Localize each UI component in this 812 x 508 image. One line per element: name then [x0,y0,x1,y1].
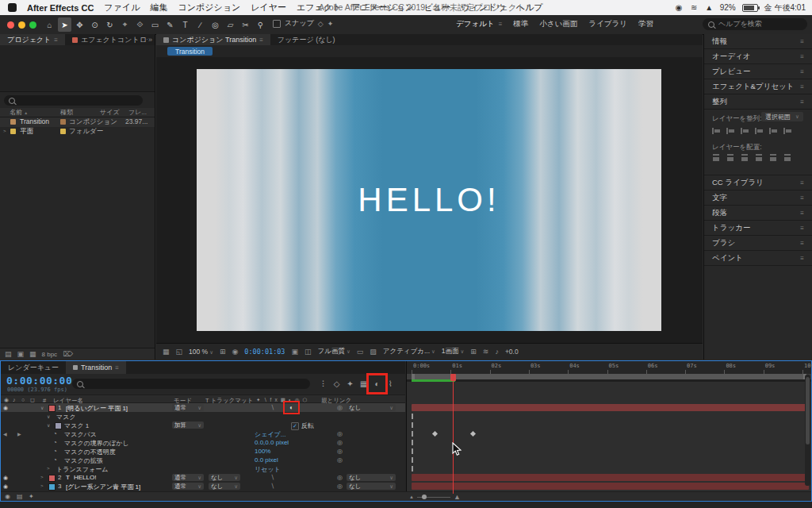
twirl-icon[interactable]: > [40,475,44,479]
sidebar-panel-header[interactable]: トラッカー ≡ [704,221,812,236]
blend-mode-dropdown[interactable]: 通常∨ [172,483,204,490]
toggle-in-out-icon[interactable]: ✦ [29,493,34,500]
menubar-clock[interactable]: 金 午後4:01 [764,2,806,13]
work-area-start-handle[interactable] [412,374,415,379]
snap-option-icon[interactable]: ◇ [318,20,324,28]
layer-color-swatch[interactable] [48,483,56,491]
pixel-aspect-icon[interactable]: ⊞ [470,348,477,356]
minimize-window-button[interactable] [18,21,25,29]
zoom-out-mountain-icon[interactable]: ▲ [409,495,414,499]
wifi-icon[interactable]: ▲ [705,3,714,12]
expression-pickwhip-icon[interactable]: ◎ [337,439,343,446]
menubar-app-name[interactable]: After Effects CC [27,3,94,13]
new-folder-icon[interactable]: ▣ [17,350,25,358]
keyframe-nav-next-icon[interactable]: ▶ [17,431,21,437]
align-scope-dropdown[interactable]: 選択範囲∨ [761,112,803,121]
timeline-vertical-scrollbar[interactable] [805,375,810,486]
parent-pickwhip-icon[interactable]: ◎ [337,483,343,490]
mask-group-row[interactable]: ∨ マスク [1,412,405,421]
align-right-icon[interactable] [741,127,749,135]
timeline-search-input[interactable] [72,379,310,389]
sidebar-panel-header[interactable]: 文字 ≡ [704,190,812,206]
property-value[interactable]: 0.0 pixel [255,456,278,464]
composition-viewer[interactable]: HELLO! [197,69,661,331]
timeline-zoom-slider[interactable]: ▲ ▲ [409,493,461,501]
transparency-grid-icon[interactable]: ▨ [370,348,377,356]
snap-checkbox[interactable] [273,20,281,28]
sidebar-panel-header[interactable]: CC ライブラリ ≡ [704,175,812,190]
layer-row-2[interactable]: ◉ > 2 T HELLO! 通常∨ なし∨ ∖ ◎ なし∨ [1,473,405,482]
parent-dropdown[interactable]: なし∨ [347,404,396,411]
panel-menu-icon[interactable]: ≡ [115,364,119,371]
menubar-item[interactable]: コンポジション [178,2,240,13]
quality-switch[interactable]: ∖ [270,404,274,411]
layer-1-duration-bar[interactable] [412,404,809,411]
align-top-icon[interactable] [755,127,764,135]
workspace-item[interactable]: 標準 [513,19,528,29]
layer-row-1[interactable]: ◉ ∨ 1 [明るいグレー 平面 1] 通常∨ ∖ ◐ ◎ なし∨ [1,403,405,412]
mask-path-row[interactable]: ◀ ▶ ◔ マスクパス シェイプ... ◎ [1,429,405,438]
eraser-tool-icon[interactable]: ▱ [224,17,237,32]
project-search-input[interactable] [4,95,143,106]
apple-menu-icon[interactable] [8,3,17,12]
grid-guides-icon[interactable]: ▦ [163,348,170,356]
panel-menu-icon[interactable]: ≡ [800,255,804,262]
show-snapshot-icon[interactable]: ◫ [304,348,312,356]
twirl-icon[interactable]: > [47,466,50,471]
layer-color-swatch[interactable] [48,405,56,412]
parent-dropdown[interactable]: なし∨ [347,483,396,490]
maximize-window-button[interactable] [29,21,36,29]
resolution-dropdown[interactable]: フル画質∨ [318,347,350,356]
snap-option2-icon[interactable]: ✦ [327,20,334,28]
panel-overflow-icon[interactable]: » [148,36,152,44]
sidebar-panel-header[interactable]: ブラシ ≡ [704,236,812,251]
zoom-tool-icon[interactable]: ⊙ [88,17,102,32]
sidebar-panel-header[interactable]: ペイント ≡ [704,251,812,266]
playhead-line[interactable] [453,374,454,494]
project-color-depth[interactable]: 8 bpc [42,351,58,358]
sidebar-panel-header[interactable]: エフェクト&プリセット ≡ [704,79,812,94]
expression-pickwhip-icon[interactable]: ◎ [337,430,343,437]
align-center-vertical-icon[interactable] [769,127,778,135]
parent-dropdown[interactable]: なし∨ [347,474,396,481]
workspace-item[interactable]: 小さい画面 [539,19,577,29]
shape-tool-icon[interactable]: ▭ [148,17,162,32]
eye-icon[interactable]: ◉ [3,483,8,490]
panel-menu-icon[interactable]: ≡ [800,53,804,60]
tab-footage[interactable]: フッテージ (なし) [270,34,343,45]
frame-blending-icon[interactable]: ▦ [357,377,370,391]
snapshot-icon[interactable]: ▣ [292,348,299,356]
panel-menu-icon[interactable]: ≡ [800,194,804,202]
hide-shy-layers-icon[interactable]: ✦ [343,377,357,391]
layer-name[interactable]: HELLO! [74,474,167,481]
camera-tool-icon[interactable]: ⌖ [118,17,132,32]
panel-menu-icon[interactable]: ≡ [800,240,804,247]
distribute-vcenter-icon[interactable] [726,154,735,162]
magnification-dropdown[interactable]: 100 %∨ [189,348,213,356]
project-row-transition[interactable]: Transition コンポジション 23.97... [0,117,155,127]
stopwatch-icon[interactable]: ◔ [53,439,57,446]
safe-areas-icon[interactable]: ⊞ [220,348,226,356]
pen-tool-icon[interactable]: ✎ [163,17,177,32]
timeline-track-area[interactable]: 0:00s01s02s03s04s05s06s07s08s09s10s [406,361,811,501]
align-center-horizontal-icon[interactable] [726,127,735,135]
hand-tool-icon[interactable]: ✥ [73,17,86,32]
timeline-timecode[interactable]: 0:00:00:00 [6,375,72,387]
rotation-tool-icon[interactable]: ↻ [103,17,117,32]
mask-opacity-row[interactable]: ◔ マスクの不透明度 100% ◎ [1,447,405,456]
column-rate[interactable]: フレ... [128,108,147,117]
region-of-interest-icon[interactable]: ▭ [357,348,364,356]
mask-visibility-icon[interactable]: ◱ [176,348,183,356]
timeline-button-icon[interactable]: ♪ [495,348,499,356]
view-layout-dropdown[interactable]: 1画面∨ [442,347,465,356]
draft-3d-icon[interactable]: ◇ [330,377,343,391]
mask-mode-dropdown[interactable]: 加算∨ [172,421,204,429]
layer-color-swatch[interactable] [48,475,56,482]
panel-menu-icon[interactable]: ≡ [54,37,58,44]
twirl-icon[interactable]: > [40,483,44,488]
panel-menu-icon[interactable]: ≡ [259,37,263,44]
column-size[interactable]: サイズ [100,108,120,117]
menubar-item[interactable]: ファイル [104,2,140,13]
trash-icon[interactable]: ⌦ [63,350,73,358]
distribute-bottom-icon[interactable] [741,154,749,162]
